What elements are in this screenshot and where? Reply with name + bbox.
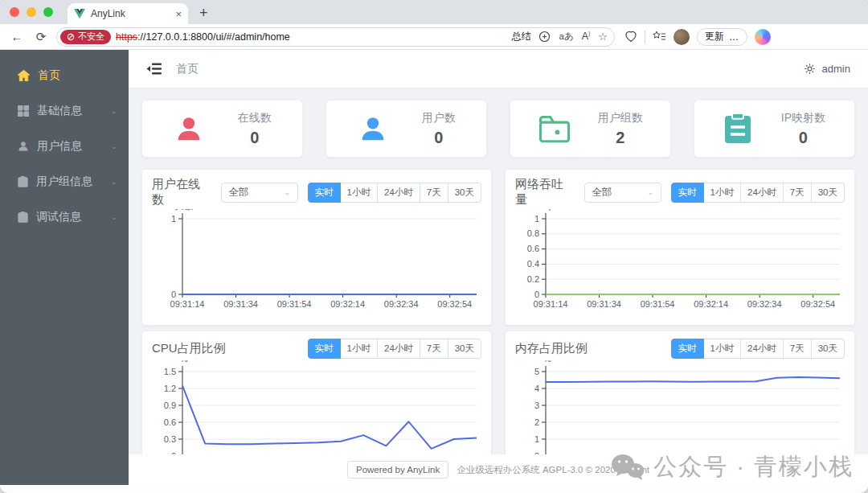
time-button-1h[interactable]: 1小时 <box>341 183 378 203</box>
time-range-buttons: 实时 1小时 24小时 7天 30天 <box>671 183 845 203</box>
grid-icon <box>18 105 29 117</box>
panel-title: 用户在线数 <box>152 177 211 207</box>
time-button-24h[interactable]: 24小时 <box>378 339 420 359</box>
profile-avatar[interactable] <box>674 29 690 45</box>
security-badge[interactable]: 不安全 <box>60 30 111 44</box>
window-controls <box>10 0 53 24</box>
time-button-24h[interactable]: 24小时 <box>741 183 784 203</box>
favorite-star-icon[interactable]: ☆ <box>598 31 608 43</box>
close-window-button[interactable] <box>10 7 19 17</box>
address-bar[interactable]: 不安全 https://127.0.0.1:8800/ui/#/admin/ho… <box>56 27 615 47</box>
time-button-7d[interactable]: 7天 <box>784 339 812 359</box>
new-tab-button[interactable]: + <box>199 5 208 22</box>
sidebar-item-user-info[interactable]: 用户信息 ⌄ <box>0 129 129 164</box>
time-button-realtime[interactable]: 实时 <box>308 183 341 203</box>
update-button[interactable]: 更新 … <box>697 28 747 46</box>
browser-essentials-icon[interactable] <box>624 31 637 43</box>
svg-text:09:31:54: 09:31:54 <box>641 299 675 309</box>
window-bottom-edge <box>0 485 868 493</box>
panel-throughput: 网络吞吐量 全部⌄ 实时 1小时 24小时 7天 30天 00.20.40.60… <box>505 169 855 326</box>
sidebar-item-home[interactable]: 首页 <box>0 58 129 93</box>
scope-select[interactable]: 全部⌄ <box>584 183 661 203</box>
panel-title: 网络吞吐量 <box>515 177 575 207</box>
stat-card-online: 在线数 0 <box>141 100 303 158</box>
time-range-buttons: 实时 1小时 24小时 7天 30天 <box>671 339 845 359</box>
svg-text:09:31:34: 09:31:34 <box>223 299 258 309</box>
svg-text:09:31:14: 09:31:14 <box>534 299 568 309</box>
user-menu[interactable]: admin <box>804 63 850 75</box>
time-button-1h[interactable]: 1小时 <box>704 339 741 359</box>
tab-close-icon[interactable]: × <box>175 8 182 20</box>
svg-text:0: 0 <box>171 290 176 299</box>
username[interactable]: admin <box>822 63 850 75</box>
reload-icon[interactable]: ⟳ <box>32 30 50 44</box>
sidebar-item-label: 基础信息 <box>37 104 103 118</box>
panel-users-online: 用户在线数 全部⌄ 实时 1小时 24小时 7天 30天 01人数09:31:1… <box>141 169 492 326</box>
stat-card-users: 用户数 0 <box>326 100 487 158</box>
vue-logo-icon <box>74 9 85 19</box>
sidebar-item-basic-info[interactable]: 基础信息 ⌄ <box>0 93 129 129</box>
translate-icon[interactable]: aあ <box>559 31 573 43</box>
powered-by-badge: Powered by AnyLink <box>347 461 448 479</box>
url-scheme: https <box>116 31 137 43</box>
minimize-window-button[interactable] <box>27 7 36 17</box>
svg-text:09:32:34: 09:32:34 <box>384 299 419 309</box>
url-text: https://127.0.0.1:8800/ui/#/admin/home <box>116 31 506 43</box>
panel-title: 内存占用比例 <box>515 341 588 356</box>
sidebar: 首页 基础信息 ⌄ 用户信息 ⌄ 用户组信息 ⌄ 调试信息 ⌄ <box>0 50 129 485</box>
gear-icon[interactable] <box>804 63 816 75</box>
stat-value: 0 <box>238 129 272 147</box>
browser-menu-icon[interactable]: … <box>729 31 739 43</box>
stat-card-groups: 用户组数 2 <box>510 100 671 158</box>
svg-text:0.2: 0.2 <box>527 274 539 284</box>
time-button-7d[interactable]: 7天 <box>784 183 812 203</box>
svg-text:0.6: 0.6 <box>164 417 176 427</box>
stat-card-ip-map: IP映射数 0 <box>694 100 855 158</box>
time-button-24h[interactable]: 24小时 <box>741 339 784 359</box>
time-button-30d[interactable]: 30天 <box>812 183 845 203</box>
svg-text:09:32:54: 09:32:54 <box>800 299 835 309</box>
time-button-7d[interactable]: 7天 <box>420 183 448 203</box>
sidebar-item-label: 用户信息 <box>37 139 103 154</box>
clipboard-icon <box>18 176 28 187</box>
collapse-menu-icon[interactable] <box>146 63 162 75</box>
sidebar-item-group-info[interactable]: 用户组信息 ⌄ <box>0 164 129 199</box>
sidebar-item-label: 调试信息 <box>36 210 103 224</box>
time-button-1h[interactable]: 1小时 <box>704 183 741 203</box>
maximize-window-button[interactable] <box>43 7 53 17</box>
time-button-1h[interactable]: 1小时 <box>341 339 378 359</box>
back-icon[interactable]: ← <box>8 30 26 43</box>
collections-icon[interactable] <box>653 31 666 43</box>
breadcrumb[interactable]: 首页 <box>176 62 199 76</box>
time-button-realtime[interactable]: 实时 <box>308 339 341 359</box>
browser-tab[interactable]: AnyLink × <box>68 3 188 24</box>
time-button-realtime[interactable]: 实时 <box>671 183 704 203</box>
svg-text:1.2: 1.2 <box>164 384 176 393</box>
update-label: 更新 <box>705 30 724 43</box>
not-secure-icon <box>67 33 75 41</box>
copilot-icon[interactable] <box>755 29 771 45</box>
summarize-icon[interactable] <box>538 31 551 43</box>
svg-text:1.5: 1.5 <box>164 367 176 376</box>
scope-select[interactable]: 全部⌄ <box>221 183 297 203</box>
time-button-30d[interactable]: 30天 <box>448 183 481 203</box>
svg-text:0: 0 <box>534 290 539 299</box>
svg-text:%: % <box>543 360 551 364</box>
time-button-7d[interactable]: 7天 <box>420 339 448 359</box>
read-aloud-icon[interactable]: A) <box>582 31 591 42</box>
tab-title: AnyLink <box>91 8 170 19</box>
svg-text:0.9: 0.9 <box>164 401 176 410</box>
time-button-30d[interactable]: 30天 <box>812 339 845 359</box>
svg-text:1: 1 <box>171 214 176 224</box>
time-button-realtime[interactable]: 实时 <box>671 339 704 359</box>
stat-label: 用户组数 <box>598 111 643 125</box>
sidebar-item-label: 用户组信息 <box>36 175 103 189</box>
time-button-24h[interactable]: 24小时 <box>378 183 420 203</box>
svg-text:09:32:34: 09:32:34 <box>747 299 782 309</box>
summarize-button[interactable]: 总结 <box>511 30 530 43</box>
svg-text:09:31:54: 09:31:54 <box>277 299 312 309</box>
scope-select-value: 全部 <box>228 186 248 199</box>
chevron-down-icon: ⌄ <box>111 108 117 115</box>
sidebar-item-debug-info[interactable]: 调试信息 ⌄ <box>0 199 129 235</box>
time-button-30d[interactable]: 30天 <box>448 339 481 359</box>
